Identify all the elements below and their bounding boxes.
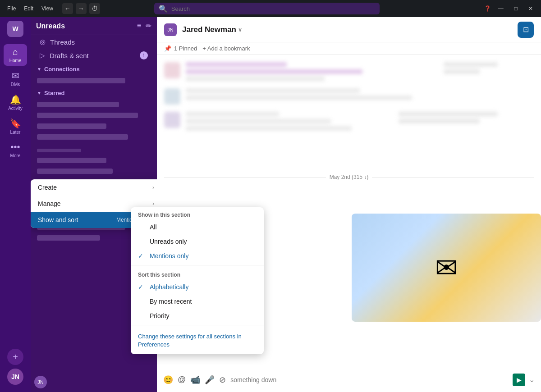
msg-right-line-1 [444,62,498,67]
msg-line-3c [186,126,352,131]
msg-right-1 [444,62,534,74]
search-icon: 🔍 [159,5,168,13]
msg-content-2 [186,88,534,100]
header-user-name[interactable]: Jared Newman ∨ [182,25,242,34]
header-user-avatar: JN [164,23,177,36]
blurred-starred-3 [37,123,106,129]
maximize-button[interactable]: □ [511,5,521,13]
nav-back-button[interactable]: ← [62,3,73,14]
send-button[interactable]: ▶ [513,374,525,386]
pinned-button[interactable]: 📌 1 Pinned [164,45,197,52]
nav-buttons: ← → ⏱ [62,3,100,14]
add-workspace-button[interactable]: + [7,349,23,365]
starred-arrow-icon: ▼ [37,91,41,96]
menu-file[interactable]: File [5,5,18,13]
sort-recent-option[interactable]: By most recent [131,294,264,309]
sidebar-item-later[interactable]: 🔖 Later [4,115,27,137]
create-arrow-icon: › [152,184,154,191]
manage-arrow-icon: › [152,201,154,207]
msg-line-1b [186,69,362,74]
audio-icon[interactable]: 🎤 [205,375,215,385]
sidebar-item-dms[interactable]: ✉ DMs [4,68,27,90]
compose-icon[interactable]: ✏ [146,22,151,30]
minimize-button[interactable]: — [495,5,507,13]
msg-avatar-1 [164,62,180,78]
home-icon: ⌂ [13,47,18,57]
menu-edit[interactable]: Edit [21,5,36,13]
msg-avatar-2 [164,88,180,105]
sidebar-item-drafts[interactable]: ▷ Drafts & sent 1 [33,49,154,62]
main-toolbar: 📌 1 Pinned + Add a bookmark [157,42,541,55]
starred-section[interactable]: ▼ Starred [31,88,157,98]
blurred-hash-1 [37,158,106,163]
msg-lines-1 [186,62,438,81]
panel-divider-1 [131,265,264,265]
sidebar-item-threads[interactable]: ◎ Threads [33,36,154,48]
emoji-icon[interactable]: 😊 [163,375,173,385]
user-avatar-rail[interactable]: JN [7,369,23,385]
panel-divider-2 [131,325,264,325]
connections-label: Connections [44,66,80,73]
manage-label: Manage [38,200,61,207]
activity-icon: 🔔 [10,94,21,105]
blurred-section-hash-1 [37,149,81,152]
format-icon[interactable]: ⊘ [219,375,226,385]
sidebar-header: Unreads ≡ ✏ [31,17,157,35]
main-header: JN Jared Newman ∨ ⊡ [157,17,541,42]
mention-icon[interactable]: @ [178,375,186,384]
filter-icon[interactable]: ≡ [137,22,141,30]
input-bar: 😊 @ 📹 🎤 ⊘ ▶ ⌄ [157,367,541,392]
add-bookmark-button[interactable]: + Add a bookmark [202,45,250,52]
video-icon[interactable]: 📹 [190,375,200,385]
sidebar-title: Unreads [36,22,65,30]
pinned-label: 1 Pinned [174,45,197,52]
nav-forward-button[interactable]: → [76,3,87,14]
message-row-3 [164,112,534,131]
show-mentions-option[interactable]: ✓ Mentions only [131,249,264,263]
show-unreads-option[interactable]: Unreads only [131,234,264,249]
nav-history-button[interactable]: ⏱ [89,3,100,14]
dms-label: DMs [11,82,20,87]
msg-lines-3 [186,112,393,131]
header-action-button[interactable]: ⊡ [518,22,534,38]
blurred-dm-5 [37,235,100,241]
menu-bar: File Edit View [5,5,56,13]
sidebar-item-activity[interactable]: 🔔 Activity [4,91,27,114]
msg-line-2b [186,96,412,100]
sidebar-item-more[interactable]: ••• More [4,139,27,161]
alpha-check-icon: ✓ [138,283,145,291]
icon-rail: W ⌂ Home ✉ DMs 🔔 Activity 🔖 Later ••• Mo… [0,17,31,392]
connections-section[interactable]: ▼ Connections [31,64,157,74]
sort-priority-option[interactable]: Priority [131,309,264,323]
user-avatar-sidebar[interactable]: JN [34,376,47,388]
home-label: Home [9,58,22,63]
show-sort-label: Show and sort [38,216,78,223]
later-icon: 🔖 [10,118,21,129]
blurred-connection-1 [37,78,125,83]
msg-line-3a [186,112,279,116]
search-bar[interactable]: 🔍 [154,3,380,14]
blurred-hash-2 [37,169,113,174]
msg-right-line-3b [399,119,480,123]
msg-line-3b [186,119,331,123]
message-input[interactable] [230,376,508,383]
date-line-right [372,177,534,178]
search-input[interactable] [171,5,375,12]
menu-view[interactable]: View [39,5,56,13]
show-all-option[interactable]: All [131,220,264,234]
change-settings-link[interactable]: Change these settings for all sections i… [131,327,264,354]
sort-alpha-option[interactable]: ✓ Alphabetically [131,280,264,294]
illustrated-image: ✉ [352,214,541,322]
workspace-avatar[interactable]: W [7,21,23,37]
help-button[interactable]: ❓ [484,5,491,12]
more-icon: ••• [10,142,20,152]
blurred-starred-2 [37,113,138,118]
sidebar-header-icons: ≡ ✏ [137,22,151,30]
expand-icon[interactable]: ⌄ [529,375,535,384]
threads-label: Threads [50,38,75,46]
titlebar-actions: ❓ — □ ✕ [484,5,536,13]
user-name-text: Jared Newman [182,25,236,34]
close-button[interactable]: ✕ [525,5,536,13]
sidebar-item-home[interactable]: ⌂ Home [4,44,27,66]
context-create[interactable]: Create › [31,179,157,196]
